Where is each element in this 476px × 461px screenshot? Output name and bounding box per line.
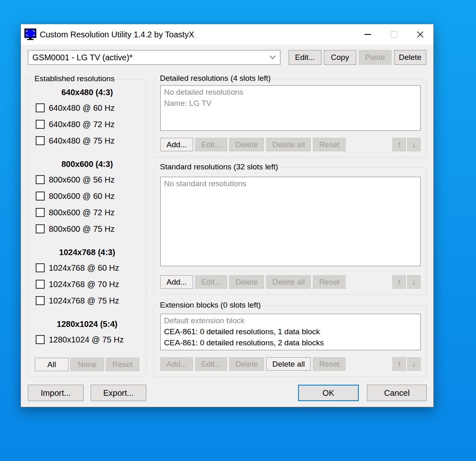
checkbox-1024x768-75-hz[interactable] [36, 296, 45, 305]
import-button[interactable]: Import... [28, 385, 84, 401]
group-title: Established resolutions [32, 74, 116, 83]
established-resolution-row: 640x480 @ 60 Hz [28, 100, 146, 116]
established-actions: AllNoneReset [35, 358, 139, 371]
detailed-resolutions-list[interactable]: No detailed resolutionsName: LG TV [160, 85, 421, 131]
detailed-move-up-button: ↑ [392, 138, 406, 151]
extension-list-item[interactable]: CEA-861: 0 detailed resolutions, 2 data … [161, 337, 420, 348]
extension-actions: Add...Edit...DeleteDelete allReset↑↓ [160, 357, 421, 371]
checkbox-640x480-75-hz[interactable] [36, 136, 45, 145]
delete-device-button[interactable]: Delete [394, 50, 427, 65]
resolution-group-heading: 1280x1024 (5:4) [28, 320, 146, 329]
extension-edit-button: Edit... [195, 357, 228, 371]
extension-blocks-list[interactable]: Default extension blockCEA-861: 0 detail… [160, 314, 421, 350]
checkbox-1280x1024-75-hz[interactable] [36, 335, 45, 344]
detailed-add-button[interactable]: Add... [160, 138, 193, 151]
close-icon [417, 31, 424, 38]
checkbox-1024x768-60-hz[interactable] [36, 263, 45, 272]
window-title: Custom Resolution Utility 1.4.2 by Toast… [40, 30, 194, 39]
minimize-button[interactable] [355, 24, 381, 45]
checkbox-label: 1024x768 @ 70 Hz [49, 280, 119, 289]
checkbox-800x600-75-hz[interactable] [36, 224, 45, 233]
title-bar: Custom Resolution Utility 1.4.2 by Toast… [21, 24, 433, 45]
checkbox-label: 800x600 @ 72 Hz [49, 208, 114, 217]
checkbox-640x480-60-hz[interactable] [36, 103, 45, 112]
display-selector-dropdown[interactable]: GSM0001 - LG TV (active)* [28, 50, 280, 65]
detailed-delete-button: Delete [229, 138, 264, 151]
detailed-reset-button: Reset [313, 138, 346, 151]
established-resolution-row: 1280x1024 @ 75 Hz [28, 331, 146, 348]
display-actions: Edit...CopyPasteDelete [289, 50, 426, 65]
extension-add-button: Add... [160, 357, 193, 371]
checkbox-label: 800x600 @ 56 Hz [49, 175, 114, 185]
checkbox-label: 800x600 @ 60 Hz [49, 192, 114, 201]
maximize-button [381, 24, 407, 45]
standard-delete-all-button: Delete all [266, 275, 311, 289]
detailed-delete-all-button: Delete all [266, 138, 311, 151]
checkbox-800x600-56-hz[interactable] [36, 175, 45, 184]
standard-actions: Add...Edit...DeleteDelete allReset↑↓ [160, 275, 421, 289]
resolution-group-heading: 1024x768 (4:3) [28, 248, 146, 257]
detailed-reorder: ↑↓ [392, 138, 421, 151]
export-button[interactable]: Export... [91, 385, 146, 401]
copy-device-button[interactable]: Copy [324, 50, 357, 65]
standard-move-up-button: ↑ [392, 275, 406, 289]
established-resolution-row: 1024x768 @ 70 Hz [28, 276, 146, 292]
extension-list-item[interactable]: Default extension block [161, 315, 420, 326]
reset-established-button: Reset [106, 358, 139, 371]
checkbox-label: 640x480 @ 72 Hz [49, 120, 114, 129]
checkbox-label: 800x600 @ 75 Hz [49, 224, 114, 234]
close-button[interactable] [407, 24, 433, 45]
chevron-down-icon [269, 55, 276, 59]
paste-device-button: Paste [359, 50, 392, 65]
established-resolutions-group: Established resolutions 640x480 (4:3)640… [28, 79, 146, 377]
standard-edit-button: Edit... [195, 275, 228, 289]
checkbox-640x480-72-hz[interactable] [36, 120, 45, 129]
checkbox-label: 640x480 @ 75 Hz [49, 136, 114, 146]
detailed-edit-button: Edit... [195, 138, 228, 151]
none-established-button: None [70, 358, 104, 371]
extension-delete-button: Delete [229, 357, 264, 371]
ok-button[interactable]: OK [298, 385, 359, 401]
standard-resolutions-list[interactable]: No standard resolutions [160, 177, 421, 266]
checkbox-1024x768-70-hz[interactable] [36, 280, 45, 289]
edit-device-button[interactable]: Edit... [289, 50, 321, 65]
detailed-list-item[interactable]: Name: LG TV [161, 98, 420, 109]
extension-list-item[interactable]: CEA-861: 0 detailed resolutions, 1 data … [161, 326, 420, 337]
group-title: Standard resolutions (32 slots left) [158, 162, 280, 171]
standard-list-item[interactable]: No standard resolutions [161, 178, 420, 189]
resolution-group-heading: 640x480 (4:3) [28, 88, 146, 97]
group-title: Detailed resolutions (4 slots left) [158, 74, 273, 83]
extension-reorder: ↑↓ [392, 357, 421, 371]
established-resolution-row: 800x600 @ 72 Hz [28, 204, 146, 221]
checkbox-800x600-60-hz[interactable] [36, 192, 45, 201]
cancel-button[interactable]: Cancel [367, 385, 427, 401]
checkbox-label: 1024x768 @ 75 Hz [49, 296, 119, 306]
standard-delete-button: Delete [229, 275, 264, 289]
checkbox-label: 1280x1024 @ 75 Hz [49, 335, 124, 345]
established-resolution-row: 1024x768 @ 75 Hz [28, 292, 146, 309]
established-resolution-row: 800x600 @ 75 Hz [28, 221, 146, 237]
standard-resolutions-group: Standard resolutions (32 slots left) No … [153, 167, 427, 295]
detailed-move-down-button: ↓ [407, 138, 421, 151]
extension-delete-all-button[interactable]: Delete all [266, 357, 311, 371]
checkbox-800x600-72-hz[interactable] [36, 208, 45, 217]
extension-blocks-group: Extension blocks (0 slots left) Default … [153, 306, 427, 377]
established-resolution-row: 1024x768 @ 60 Hz [28, 260, 146, 276]
extension-move-down-button: ↓ [407, 357, 421, 371]
standard-add-button[interactable]: Add... [160, 275, 193, 289]
checkbox-label: 1024x768 @ 60 Hz [49, 263, 119, 273]
established-resolution-row: 640x480 @ 72 Hz [28, 116, 146, 132]
monitor-icon [24, 28, 36, 41]
resolution-group-heading: 800x600 (4:3) [28, 160, 146, 169]
detailed-list-item[interactable]: No detailed resolutions [161, 87, 420, 98]
standard-move-down-button: ↓ [407, 275, 421, 289]
cru-window: Custom Resolution Utility 1.4.2 by Toast… [20, 24, 434, 407]
extension-reset-button: Reset [313, 357, 346, 371]
detailed-actions: Add...Edit...DeleteDelete allReset↑↓ [160, 138, 421, 151]
standard-reorder: ↑↓ [392, 275, 421, 289]
detailed-resolutions-group: Detailed resolutions (4 slots left) No d… [153, 79, 427, 157]
established-resolution-row: 800x600 @ 60 Hz [28, 188, 146, 204]
group-title: Extension blocks (0 slots left) [158, 301, 263, 310]
all-established-button[interactable]: All [35, 358, 68, 371]
display-selector-value: GSM0001 - LG TV (active)* [32, 53, 132, 62]
